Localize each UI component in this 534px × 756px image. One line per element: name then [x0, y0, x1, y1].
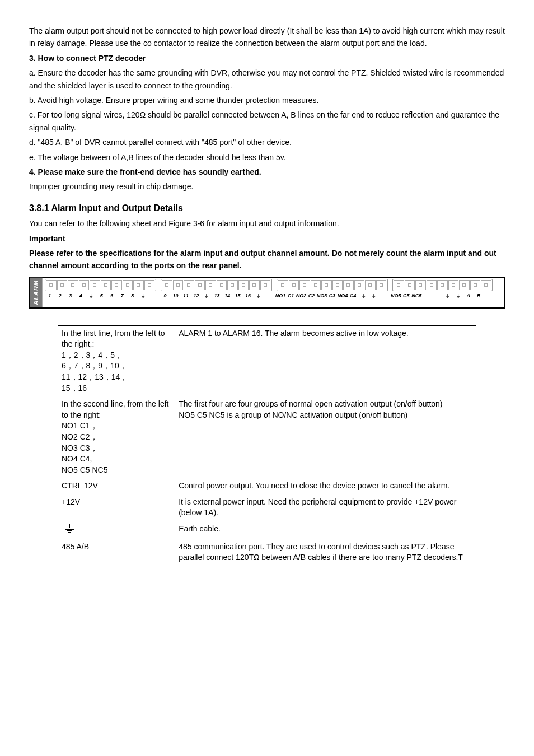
terminal-label: NO5	[391, 292, 401, 300]
terminal-slot	[260, 280, 271, 290]
terminal-group-1	[45, 279, 156, 291]
section381-p1: You can refer to the following sheet and…	[29, 217, 505, 230]
terminal-slot	[133, 280, 144, 290]
table-row: +12VIt is external power input. Need the…	[58, 494, 476, 521]
terminal-label: ⏚	[368, 292, 379, 300]
terminal-label: C4	[348, 292, 358, 300]
terminal-slot	[332, 280, 343, 290]
terminal-slot	[205, 280, 216, 290]
terminal-label: 10	[170, 292, 181, 300]
terminal-slot	[321, 280, 332, 290]
terminal-label: C2	[306, 292, 317, 300]
table-cell-left: +12V	[58, 494, 175, 521]
terminal-slot	[90, 280, 100, 290]
table-cell-left: In the first line, from the left to the …	[58, 325, 175, 396]
table-cell-left: In the second line, from the left to the…	[58, 396, 175, 478]
alarm-side-label: ALARM	[30, 278, 43, 307]
terminal-label: ⏚	[442, 292, 453, 300]
section381-p2: Please refer to the specifications for t…	[29, 247, 505, 272]
terminal-slot	[101, 280, 111, 290]
table-row: Earth cable.	[58, 521, 476, 539]
table-row: In the second line, from the left to the…	[58, 396, 476, 478]
terminal-slot	[238, 280, 249, 290]
table-cell-left: CTRL 12V	[58, 478, 175, 494]
terminal-label: NO3	[317, 292, 327, 300]
terminal-slot	[162, 280, 172, 290]
terminal-slot	[343, 280, 354, 290]
terminal-label: 8	[128, 292, 138, 300]
table-cell-left: 485 A/B	[58, 539, 175, 566]
section3-a: a. Ensure the decoder has the same groun…	[29, 67, 505, 92]
terminal-label: 6	[107, 292, 118, 300]
terminal-label: 2	[55, 292, 65, 300]
terminal-label: ⏚	[138, 292, 148, 300]
terminal-label: ⏚	[358, 292, 369, 300]
table-cell-right: ALARM 1 to ALARM 16. The alarm becomes a…	[175, 325, 476, 396]
section4-paragraph: Improper grounding may result in chip da…	[29, 180, 505, 193]
info-table-body: In the first line, from the left to the …	[58, 325, 476, 566]
terminal-slot	[278, 280, 288, 290]
terminal-label: 5	[96, 292, 107, 300]
alarm-terminal-diagram: ALARM 1234⏚5678⏚ 9101112⏚13141516⏚ NO1C1…	[29, 277, 505, 309]
terminal-slot	[427, 280, 437, 290]
terminal-slot	[217, 280, 227, 290]
terminal-label: NO4	[338, 292, 348, 300]
terminal-label: ⏚	[253, 292, 264, 300]
terminal-slot	[437, 280, 448, 290]
terminal-slot	[195, 280, 205, 290]
table-cell-right: Control power output. You need to close …	[175, 478, 476, 494]
label-group-4: NO5C5NC5⏚⏚AB	[391, 292, 502, 300]
terminal-label: 3	[65, 292, 76, 300]
terminal-slot	[184, 280, 194, 290]
terminal-label: 12	[191, 292, 202, 300]
terminal-slot	[311, 280, 321, 290]
terminal-slot	[68, 280, 78, 290]
section3-e: e. The voltage between of A,B lines of t…	[29, 151, 505, 164]
terminal-label: 11	[181, 292, 191, 300]
terminal-slot	[249, 280, 260, 290]
terminal-label: ⏚	[453, 292, 463, 300]
terminal-label: 14	[222, 292, 233, 300]
terminal-group-4	[392, 279, 493, 291]
terminal-label: 1	[45, 292, 55, 300]
terminal-slots-row	[45, 279, 502, 291]
terminal-slot	[459, 280, 470, 290]
terminal-slot	[227, 280, 238, 290]
terminal-label: ⏚	[86, 292, 97, 300]
terminal-slot	[299, 280, 310, 290]
terminal-label: NO2	[296, 292, 307, 300]
earth-icon	[65, 524, 74, 533]
terminal-slot	[46, 280, 57, 290]
terminal-slot	[415, 280, 426, 290]
table-cell-right: Earth cable.	[175, 521, 476, 539]
terminal-label: 15	[232, 292, 243, 300]
table-row: CTRL 12VControl power output. You need t…	[58, 478, 476, 494]
section3-b: b. Avoid high voltage. Ensure proper wir…	[29, 94, 505, 106]
label-group-2: 9101112⏚13141516⏚	[160, 292, 271, 300]
terminal-slot	[57, 280, 68, 290]
table-cell-right: 485 communication port. They are used to…	[175, 539, 476, 566]
intro-paragraph: The alarm output port should not be conn…	[29, 25, 505, 50]
terminal-label: 13	[212, 292, 222, 300]
terminal-slot	[173, 280, 184, 290]
important-label: Important	[29, 232, 505, 245]
info-table: In the first line, from the left to the …	[58, 325, 476, 566]
table-cell-left	[58, 521, 175, 539]
table-row: 485 A/B485 communication port. They are …	[58, 539, 476, 566]
terminal-slot	[405, 280, 415, 290]
terminal-label: 9	[160, 292, 171, 300]
terminal-slot	[79, 280, 90, 290]
section381-heading: 3.8.1 Alarm Input and Output Details	[29, 201, 505, 216]
terminal-slot	[144, 280, 155, 290]
terminal-slot	[394, 280, 404, 290]
terminal-label: 4	[76, 292, 86, 300]
terminal-slot	[448, 280, 459, 290]
section3-heading: 3. How to connect PTZ decoder	[29, 52, 505, 64]
terminal-group-2	[161, 279, 272, 291]
terminal-slot	[376, 280, 387, 290]
terminal-labels-row: 1234⏚5678⏚ 9101112⏚13141516⏚ NO1C1NO2C2N…	[45, 292, 502, 300]
label-group-1: 1234⏚5678⏚	[45, 292, 156, 300]
section3-c: c. For too long signal wires, 120Ω shoul…	[29, 109, 505, 134]
terminal-label: C3	[327, 292, 338, 300]
terminal-label: NC5	[411, 292, 422, 300]
